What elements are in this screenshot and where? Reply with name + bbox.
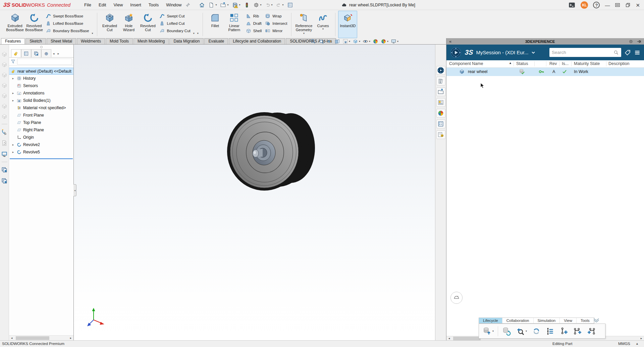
chevron-down-icon[interactable]: ▾ bbox=[271, 4, 273, 6]
session-selector[interactable]: MySession - (XDI Eur... bbox=[476, 50, 528, 55]
save-to-3dexperience-button[interactable]: ▾ bbox=[482, 326, 495, 336]
tree-item-solid-bodies[interactable]: ▸Solid Bodies(1) bbox=[9, 97, 73, 104]
menu-tools[interactable]: Tools bbox=[145, 1, 162, 9]
chevron-down-icon[interactable]: ▾ bbox=[322, 28, 324, 30]
dock-tab-tools[interactable]: Tools bbox=[577, 318, 594, 323]
3dexperience-compass-icon[interactable] bbox=[450, 47, 462, 59]
cut-flyout-button[interactable]: ▾ bbox=[192, 11, 196, 38]
snapshot-layers-icon[interactable] bbox=[1, 166, 8, 173]
explore-button[interactable]: ▾ bbox=[515, 326, 528, 336]
tree-root-part[interactable]: rear wheel (Default) <<Default bbox=[9, 68, 73, 75]
favorites-icon[interactable] bbox=[593, 316, 600, 324]
hide-show-items-button[interactable]: ▾ bbox=[363, 39, 370, 44]
revolved-boss-base-button[interactable]: Revolved Boss/Base bbox=[24, 11, 44, 38]
sketch-tool-icon[interactable] bbox=[1, 129, 8, 135]
zoom-to-fit-button[interactable] bbox=[310, 39, 316, 44]
zoom-to-area-button[interactable] bbox=[318, 39, 324, 44]
tree-item-revolve2[interactable]: ▸Revolve2 bbox=[9, 141, 73, 148]
view-interface-button[interactable] bbox=[243, 1, 251, 9]
column-is[interactable]: Is... bbox=[562, 61, 569, 66]
command-prompt-icon[interactable] bbox=[568, 1, 576, 9]
reference-geometry-button[interactable]: Reference Geometry▾ bbox=[294, 11, 313, 38]
expand-arrow-icon[interactable]: ▸ bbox=[11, 143, 15, 146]
chevron-down-icon[interactable]: ▾ bbox=[215, 4, 217, 6]
3dexperience-compass-tab[interactable] bbox=[436, 66, 445, 75]
orientation-cube-icon[interactable] bbox=[1, 62, 7, 68]
chevron-down-icon[interactable]: ▾ bbox=[282, 4, 284, 6]
design-library-tab[interactable] bbox=[436, 77, 445, 85]
panel-grab-handle[interactable] bbox=[40, 46, 43, 48]
selection-rectangle-icon[interactable] bbox=[1, 151, 8, 157]
fillet-button[interactable]: Fillet bbox=[206, 11, 225, 38]
section-view-button[interactable] bbox=[334, 39, 340, 44]
units-caret-icon[interactable]: ▲ bbox=[636, 342, 639, 345]
redo-button[interactable]: ▾ bbox=[275, 2, 285, 8]
refresh-from-3dexperience-button[interactable] bbox=[501, 326, 512, 336]
chevron-down-icon[interactable]: ▾ bbox=[239, 4, 240, 6]
menu-edit[interactable]: Edit bbox=[95, 1, 110, 9]
expand-arrow-icon[interactable]: ▸ bbox=[11, 150, 15, 154]
file-explorer-tab[interactable] bbox=[436, 87, 445, 96]
help-button[interactable]: ? bbox=[593, 2, 600, 8]
orientation-cube-icon[interactable] bbox=[1, 103, 7, 109]
expand-arrow-icon[interactable]: ▸ bbox=[11, 91, 15, 95]
orientation-cube-icon[interactable] bbox=[1, 82, 7, 88]
swept-cut-button[interactable]: Swept Cut bbox=[159, 13, 190, 19]
property-manager-tab[interactable] bbox=[21, 49, 31, 57]
view-settings-button[interactable]: ▾ bbox=[391, 39, 398, 44]
revolved-cut-button[interactable]: Revolved Cut bbox=[138, 11, 157, 38]
tag-icon[interactable] bbox=[624, 49, 631, 56]
restore-button[interactable] bbox=[625, 2, 631, 8]
tree-filter-input[interactable] bbox=[17, 59, 72, 65]
boss-flyout-button[interactable]: ▾ bbox=[90, 11, 94, 38]
column-component-name[interactable]: Component Name bbox=[449, 61, 483, 66]
dock-panels-icon[interactable] bbox=[615, 2, 620, 8]
panel-settings-gear-icon[interactable] bbox=[629, 39, 633, 44]
swept-boss-base-button[interactable]: Swept Boss/Base bbox=[46, 13, 89, 19]
tab-lifecycle-collaboration[interactable]: Lifecycle and Collaboration bbox=[229, 38, 285, 44]
hole-wizard-button[interactable]: Hole Wizard bbox=[119, 11, 138, 38]
hamburger-menu-icon[interactable] bbox=[634, 49, 641, 56]
chevron-down-icon[interactable]: ▾ bbox=[260, 4, 262, 6]
edit-appearance-button[interactable] bbox=[373, 39, 378, 44]
tab-weldments[interactable]: Weldments bbox=[77, 38, 105, 44]
previous-view-button[interactable] bbox=[326, 39, 332, 44]
snapshot-layers-icon[interactable] bbox=[1, 178, 8, 184]
tab-mesh-modeling[interactable]: Mesh Modeling bbox=[133, 38, 169, 44]
wrap-button[interactable]: Wrap bbox=[265, 13, 287, 19]
units-selector[interactable]: MMGS bbox=[618, 342, 630, 346]
orientation-cube-icon[interactable] bbox=[1, 93, 7, 99]
tree-item-right-plane[interactable]: Right Plane bbox=[9, 126, 73, 134]
options-button[interactable]: ▾ bbox=[252, 1, 263, 9]
lofted-boss-base-button[interactable]: Lofted Boss/Base bbox=[46, 20, 89, 26]
tree-item-annotations[interactable]: ▸Annotations bbox=[9, 89, 73, 97]
insert-existing-revision-button[interactable] bbox=[572, 326, 583, 336]
display-style-button[interactable]: ▾ bbox=[353, 39, 360, 44]
panel-pin-icon[interactable] bbox=[637, 39, 641, 44]
tab-scroll-right[interactable]: ▸ bbox=[56, 50, 61, 57]
document-review-tab[interactable] bbox=[436, 130, 445, 139]
orientation-cube-icon[interactable] bbox=[1, 114, 7, 120]
rib-button[interactable]: Rib bbox=[246, 13, 262, 19]
tree-item-sensors[interactable]: Sensors bbox=[9, 82, 73, 89]
custom-properties-tab[interactable] bbox=[436, 120, 445, 128]
column-status[interactable]: Status bbox=[516, 61, 528, 66]
extruded-boss-base-button[interactable]: Extruded Boss/Base bbox=[5, 11, 24, 38]
appearances-scenes-tab[interactable] bbox=[436, 109, 445, 118]
expand-arrow-icon[interactable]: ▸ bbox=[11, 99, 15, 102]
update-compare-button[interactable] bbox=[531, 326, 542, 336]
chevron-down-icon[interactable]: ▾ bbox=[227, 4, 228, 6]
scroll-right-arrow[interactable]: ▸ bbox=[68, 336, 73, 340]
file-properties-button[interactable] bbox=[286, 1, 294, 9]
rollback-bar[interactable] bbox=[10, 158, 73, 159]
search-icon[interactable] bbox=[613, 50, 619, 55]
dock-tab-lifecycle[interactable]: Lifecycle bbox=[479, 318, 502, 323]
tab-sketch[interactable]: Sketch bbox=[25, 38, 46, 44]
view-orientation-button[interactable]: ▾ bbox=[342, 39, 350, 44]
tree-item-revolve5[interactable]: ▸Revolve5 bbox=[9, 148, 73, 156]
chevron-down-icon[interactable] bbox=[531, 51, 535, 55]
lofted-cut-button[interactable]: Lofted Cut bbox=[159, 20, 190, 26]
scroll-left-arrow[interactable]: ◂ bbox=[446, 337, 452, 340]
tree-item-history[interactable]: ▸History bbox=[9, 75, 73, 82]
menu-view[interactable]: View bbox=[110, 1, 126, 9]
